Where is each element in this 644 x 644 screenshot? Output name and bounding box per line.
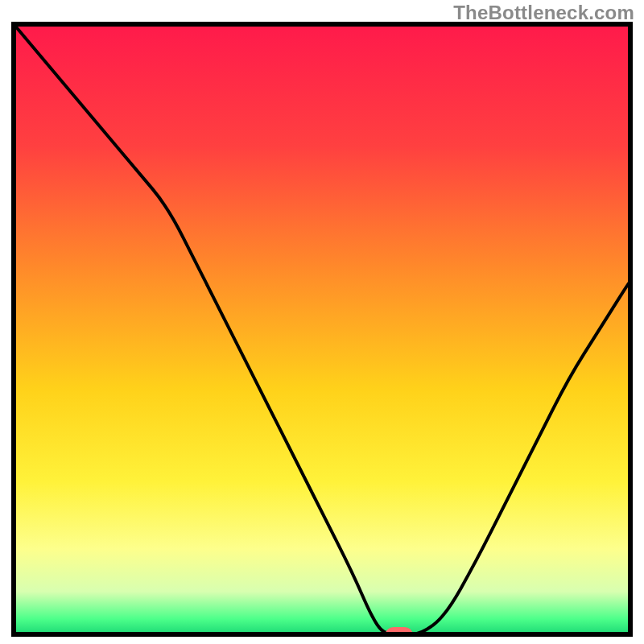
bottleneck-chart [0,0,644,644]
chart-container: TheBottleneck.com [0,0,644,644]
gradient-background [14,24,630,634]
